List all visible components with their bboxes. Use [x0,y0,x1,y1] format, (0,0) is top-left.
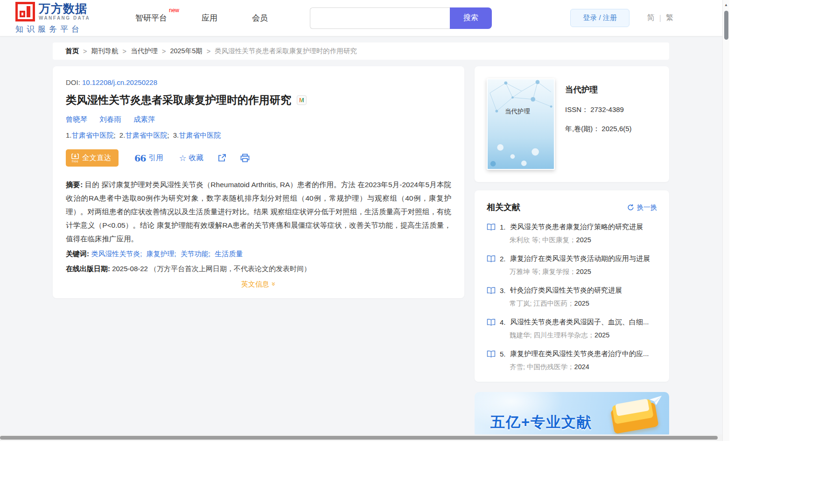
keyword-link[interactable]: 关节功能 [181,250,209,258]
book-icon [487,255,496,262]
related-item-meta: 齐雪; 中国伤残医学； [510,363,574,371]
related-item-title[interactable]: 针灸治疗类风湿性关节炎的研究进展 [510,286,622,295]
breadcrumb-separator: > [122,48,126,55]
site-logo[interactable]: 万方数据 WANFANG DATA 知识服务平台 [15,2,111,35]
related-item-meta: 朱利欣 等; 中医康复； [510,236,576,244]
article-action-bar: free 全文直达 66 引用 ☆ 收藏 [66,149,451,167]
paper-plane-icon [649,395,663,406]
share-button[interactable] [217,154,226,162]
related-item: 1. 类风湿关节炎患者康复治疗策略的研究进展 朱利欣 等; 中医康复；2025 [487,223,657,245]
affiliation-link[interactable]: 甘肃省中医院 [72,131,114,139]
keyword-link[interactable]: 生活质量 [215,250,243,258]
main-nav: 智研平台 new 应用 会员 [135,13,302,23]
affiliation-list: 1.甘肃省中医院; 2.甘肃省中医院; 3.甘肃省中医院 [66,131,451,140]
related-item-year: 2025 [576,268,591,275]
issn-value: 2732-4389 [590,105,624,113]
new-badge: new [169,7,179,14]
volume-value: 2025,6(5) [601,125,631,133]
publish-date-note: （万方平台首次上网日期，不代表论文的发表时间） [150,265,311,273]
article-card: DOI: 10.12208/j.cn.20250228 类风湿性关节炎患者采取康… [53,66,464,298]
print-button[interactable] [240,154,250,162]
wanfang-logo-icon [15,2,35,21]
related-item-title[interactable]: 风湿性关节炎患者类风湿因子、血沉、白细... [510,318,649,327]
abstract-label: 摘要: [66,181,83,189]
cite-button[interactable]: 66 引用 [134,153,163,163]
horizontal-scrollbar[interactable] [0,434,722,441]
vertical-scrollbar[interactable]: ▲ [722,0,729,441]
breadcrumb-issue[interactable]: 2025年5期 [170,47,202,56]
related-item-title[interactable]: 康复治疗在类风湿关节炎活动期的应用与进展 [510,254,650,263]
share-icon [217,154,226,162]
m-badge-icon[interactable]: M [297,95,307,105]
language-switch: 简 | 繁 [647,13,673,23]
scroll-up-arrow-icon[interactable]: ▲ [723,0,729,7]
related-title: 相关文献 [487,202,520,213]
breadcrumb-home[interactable]: 首页 [65,47,79,56]
english-info-toggle[interactable]: 英文信息» [66,280,451,289]
related-item-meta: 魏建华; 四川生理科学杂志； [510,331,594,339]
related-item-year: 2025 [574,300,589,307]
author-link[interactable]: 成素萍 [133,115,155,125]
nav-item-apps[interactable]: 应用 [202,13,217,23]
fulltext-button[interactable]: free 全文直达 [66,149,119,167]
journal-cover[interactable]: 当代护理 [487,78,555,170]
related-item: 5. 康复护理在类风湿性关节炎患者治疗中的应... 齐雪; 中国伤残医学；202… [487,350,657,371]
related-item-meta: 万雅坤 等; 康复学报； [510,268,576,275]
related-documents-card: 相关文献 换一换 [475,190,669,382]
search-input[interactable] [310,7,450,29]
breadcrumb-journal-nav[interactable]: 期刊导航 [91,47,118,56]
keyword-list: 关键词: 类风湿性关节炎; 康复护理; 关节功能; 生活质量 [66,250,451,259]
keyword-link[interactable]: 类风湿性关节炎 [91,250,140,258]
refresh-related-button[interactable]: 换一换 [627,203,657,212]
journal-cover-title: 当代护理 [488,107,547,116]
horizontal-scrollbar-thumb[interactable] [0,436,718,440]
keywords-label: 关键词: [66,250,89,258]
author-link[interactable]: 曾晓琴 [66,115,88,125]
collect-button[interactable]: ☆ 收藏 [179,153,203,163]
login-register-button[interactable]: 登录 / 注册 [570,9,629,27]
author-link[interactable]: 刘春雨 [100,115,122,125]
promo-banner[interactable]: 五亿+专业文献 [475,392,669,438]
breadcrumb-separator: > [162,48,166,55]
page-content: 首页 > 期刊导航 > 当代护理 > 2025年5期 > 类风湿性关节炎患者采取… [53,42,669,438]
related-item-title[interactable]: 康复护理在类风湿性关节炎患者治疗中的应... [510,350,649,358]
breadcrumb: 首页 > 期刊导航 > 当代护理 > 2025年5期 > 类风湿性关节炎患者采取… [53,42,669,60]
print-icon [240,154,250,162]
doi-link[interactable]: 10.12208/j.cn.20250228 [82,78,157,86]
lang-traditional[interactable]: 繁 [666,13,673,23]
sidebar: 当代护理 当代护理 ISSN： 2732-4389 年,卷(期)： 2025,6… [475,66,669,438]
related-item-title[interactable]: 类风湿关节炎患者康复治疗策略的研究进展 [510,223,643,231]
author-list: 曾晓琴 刘春雨 成素萍 [66,115,451,125]
keyword-link[interactable]: 康复护理 [147,250,175,258]
related-item-meta: 常丁岚; 江西中医药； [510,300,574,307]
related-item-year: 2025 [576,236,591,244]
browser-viewport: 万方数据 WANFANG DATA 知识服务平台 智研平台 new 应用 会员 … [0,0,729,441]
related-item-year: 2024 [574,363,589,371]
affiliation-link[interactable]: 甘肃省中医院 [125,131,167,139]
book-icon [487,287,496,294]
vertical-scrollbar-thumb[interactable] [724,11,728,40]
journal-cover-art [488,79,554,168]
nav-item-member[interactable]: 会员 [252,13,268,23]
brand-name-en: WANFANG DATA [39,16,90,21]
quote-icon: 66 [134,153,146,163]
refresh-icon [627,204,634,211]
brand-tagline: 知识服务平台 [15,24,111,35]
article-title: 类风湿性关节炎患者采取康复护理时的作用研究 [66,93,291,107]
breadcrumb-journal[interactable]: 当代护理 [131,47,158,56]
journal-card: 当代护理 当代护理 ISSN： 2732-4389 年,卷(期)： 2025,6… [475,66,669,182]
breadcrumb-current: 类风湿性关节炎患者采取康复护理时的作用研究 [215,47,357,56]
nav-item-zhiyan[interactable]: 智研平台 new [135,13,167,23]
lang-divider: | [659,14,661,22]
fulltext-download-icon: free [71,154,79,163]
lang-simplified[interactable]: 简 [647,13,655,23]
breadcrumb-separator: > [207,48,210,55]
search-button[interactable]: 搜索 [450,7,492,29]
search-bar: 搜索 [310,7,492,29]
publish-date-value: 2025-08-22 [112,265,148,273]
related-item-year: 2025 [594,331,609,339]
journal-name[interactable]: 当代护理 [565,84,632,95]
banner-text: 五亿+专业文献 [490,413,592,432]
affiliation-link[interactable]: 甘肃省中医院 [179,131,221,139]
related-item: 4. 风湿性关节炎患者类风湿因子、血沉、白细... 魏建华; 四川生理科学杂志；… [487,318,657,340]
